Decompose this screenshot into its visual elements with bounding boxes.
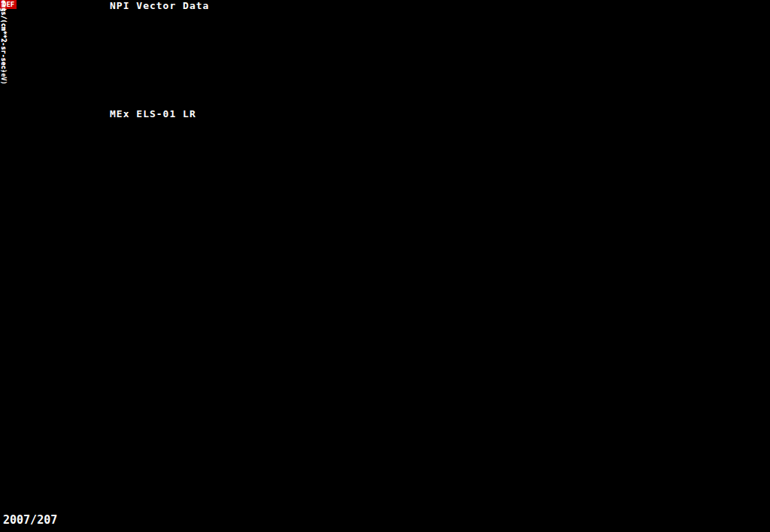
date-label: 2007/207 xyxy=(3,513,57,527)
def-colorbar-units: ergs/(cm**2-sr-sec-eV) xyxy=(0,0,8,85)
def-colorbar xyxy=(0,0,226,113)
sddas-stack-plot-window: NPI Vector Data MEx ELS-01 LR NF DEF cnt… xyxy=(0,0,770,532)
